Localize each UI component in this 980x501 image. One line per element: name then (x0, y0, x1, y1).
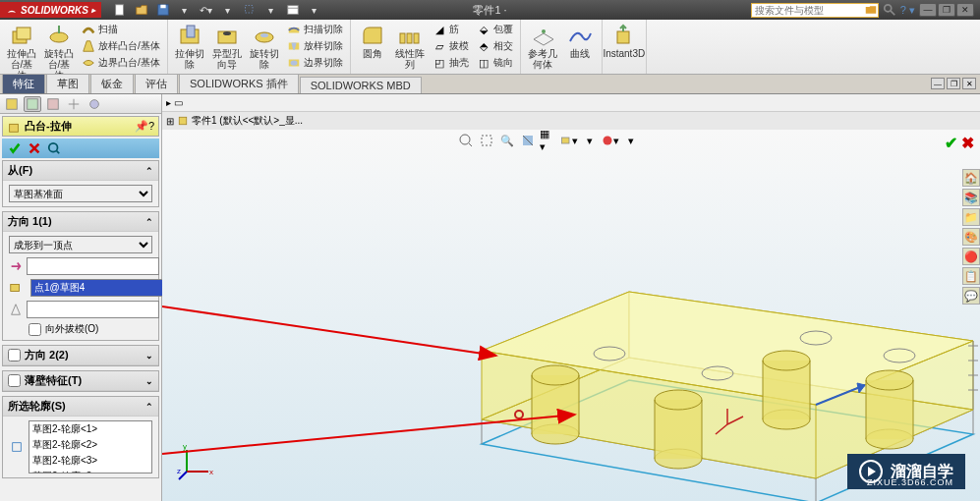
hide-show-icon[interactable]: ▾ (581, 132, 599, 149)
display-style-icon[interactable]: ▾ (560, 132, 578, 149)
section-view-icon[interactable] (519, 132, 537, 149)
loft-cut-button[interactable]: 放样切除 (284, 38, 346, 54)
search-input[interactable] (751, 3, 879, 18)
svg-point-6 (885, 5, 892, 12)
search-icon[interactable] (883, 3, 896, 17)
print-icon[interactable]: ▾ (176, 2, 194, 18)
instant3d-button[interactable]: Instant3D (606, 22, 642, 61)
boundary-cut-button[interactable]: 边界切除 (284, 55, 346, 71)
taskpane-file-explorer-icon[interactable]: 📁 (962, 208, 980, 226)
contours-header[interactable]: 所选轮廓(S)⌃ (3, 397, 158, 417)
tree-collapse-icon[interactable]: ▭ (174, 97, 183, 108)
from-select[interactable]: 草图基准面 (9, 185, 152, 202)
new-icon[interactable] (111, 2, 129, 18)
list-item[interactable]: 草图2-轮廓<3> (29, 453, 151, 469)
revolve-cut-button[interactable]: 旋转切除 (247, 22, 282, 72)
corner-ok-icon[interactable]: ✔ (945, 134, 957, 152)
end-condition-select[interactable]: 成形到一顶点 (9, 236, 152, 253)
tab-mbd[interactable]: SOLIDWORKS MBD (300, 77, 422, 93)
rebuild-icon[interactable]: ▾ (262, 2, 280, 18)
ref-geometry-button[interactable]: 参考几何体 (525, 22, 560, 72)
shell-button[interactable]: ◰抽壳 (430, 55, 472, 71)
thin-header[interactable]: 薄壁特征(T)⌄ (3, 371, 158, 391)
config-mgr-tab-icon[interactable] (44, 96, 62, 112)
vertex-select-input[interactable] (30, 279, 163, 297)
hole-wizard-button[interactable]: 异型孔向导 (209, 22, 245, 72)
intersect-button[interactable]: ⬘相交 (474, 38, 516, 54)
mdi-min-icon[interactable]: — (931, 78, 945, 89)
taskpane-view-palette-icon[interactable]: 🎨 (962, 228, 980, 246)
view-triad[interactable]: y x z (177, 442, 216, 481)
view-orient-icon[interactable]: ▦ ▾ (540, 132, 557, 149)
feature-tree-tab-icon[interactable] (3, 96, 21, 112)
thin-checkbox[interactable] (8, 374, 21, 387)
draft-angle-icon[interactable] (9, 302, 23, 317)
sweep-boss-button[interactable]: 扫描 (79, 22, 163, 37)
restore-button[interactable]: ❐ (938, 3, 955, 17)
extrude-cut-button[interactable]: 拉伸切除 (172, 22, 207, 72)
ok-icon[interactable] (8, 141, 22, 155)
direction1-header[interactable]: 方向 1(1)⌃ (3, 212, 158, 232)
zoom-area-icon[interactable] (478, 132, 495, 149)
flyout-tree-root[interactable]: ⊞ 零件1 (默认<<默认>_显... (162, 112, 980, 130)
mirror-button[interactable]: ◫镜向 (474, 55, 516, 71)
taskpane-design-lib-icon[interactable]: 📚 (962, 189, 980, 206)
tab-sheetmetal[interactable]: 钣金 (90, 74, 134, 93)
appearance-icon[interactable]: ▾ (602, 132, 619, 149)
save-icon[interactable] (154, 2, 172, 18)
dimx-mgr-tab-icon[interactable] (65, 96, 83, 112)
direction2-header[interactable]: 方向 2(2)⌄ (3, 346, 158, 365)
from-section: 从(F)⌃ 草图基准面 (2, 160, 159, 207)
redo-icon[interactable]: ▾ (219, 2, 237, 18)
cancel-icon[interactable] (28, 141, 41, 155)
open-icon[interactable] (133, 2, 150, 18)
detail-preview-icon[interactable] (47, 141, 61, 155)
property-mgr-tab-icon[interactable] (24, 96, 41, 112)
display-mgr-tab-icon[interactable] (86, 96, 103, 112)
boundary-boss-button[interactable]: 边界凸台/基体 (79, 55, 163, 71)
tab-evaluate[interactable]: 评估 (135, 74, 178, 93)
canvas[interactable]: 🔍 ▦ ▾ ▾ ▾ ▾ ▾ ✔ ✖ 🏠 📚 📁 🎨 🔴 📋 (162, 130, 980, 501)
corner-cancel-icon[interactable]: ✖ (961, 134, 974, 152)
list-item[interactable]: 草图2-轮廓<3> (29, 469, 151, 473)
select-icon[interactable] (241, 2, 259, 18)
help-icon[interactable]: ? ▾ (900, 4, 915, 17)
wrap-button[interactable]: ⬙包覆 (474, 22, 516, 37)
tree-toggle-icon[interactable]: ▸ (166, 97, 171, 108)
reverse-dir-icon[interactable] (9, 258, 23, 274)
draft-angle-input[interactable] (27, 301, 159, 318)
tab-addins[interactable]: SOLIDWORKS 插件 (179, 74, 299, 93)
options-icon[interactable] (284, 2, 302, 18)
minimize-button[interactable]: — (919, 3, 937, 17)
svg-point-29 (90, 99, 99, 108)
prev-view-icon[interactable]: 🔍 (498, 132, 516, 149)
manager-tabs (0, 94, 161, 114)
contours-listbox[interactable]: 草图2-轮廓<1> 草图2-轮廓<2> 草图2-轮廓<3> 草图2-轮廓<3> (29, 420, 152, 473)
tab-sketch[interactable]: 草图 (46, 74, 89, 93)
list-item[interactable]: 草图2-轮廓<1> (29, 421, 151, 437)
mdi-close-icon[interactable]: ✕ (962, 78, 976, 89)
direction-vector-input[interactable] (27, 257, 159, 275)
close-button[interactable]: ✕ (956, 3, 974, 17)
more-icon[interactable]: ▾ (306, 2, 323, 18)
scene-icon[interactable]: ▾ (622, 132, 640, 149)
taskpane-resources-icon[interactable]: 🏠 (962, 169, 980, 187)
zoom-fit-icon[interactable] (457, 132, 475, 149)
help-pin-icon[interactable]: 📌? (135, 120, 154, 133)
mdi-max-icon[interactable]: ❐ (947, 78, 960, 89)
fillet-button[interactable]: 圆角 (355, 22, 390, 61)
expand-icon[interactable]: ⊞ (166, 116, 174, 127)
from-header[interactable]: 从(F)⌃ (3, 161, 158, 181)
contour-icon (9, 439, 25, 455)
draft-outward-checkbox[interactable] (29, 323, 41, 336)
draft-button[interactable]: ▱拔模 (430, 38, 472, 54)
rib-button[interactable]: ◢筋 (430, 22, 472, 37)
tab-features[interactable]: 特征 (2, 74, 45, 93)
loft-boss-button[interactable]: 放样凸台/基体 (79, 38, 163, 54)
undo-icon[interactable]: ↶▾ (198, 2, 215, 18)
sweep-cut-button[interactable]: 扫描切除 (284, 22, 346, 37)
direction2-checkbox[interactable] (8, 349, 21, 362)
pattern-button[interactable]: 线性阵列 (392, 22, 428, 72)
curves-button[interactable]: 曲线 (562, 22, 598, 61)
list-item[interactable]: 草图2-轮廓<2> (29, 437, 151, 453)
